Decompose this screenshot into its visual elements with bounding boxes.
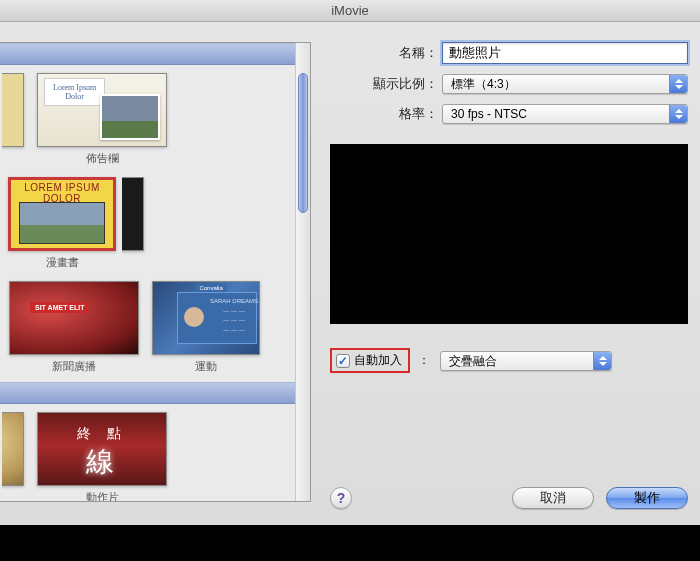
- template-label: 新聞廣播: [2, 359, 146, 374]
- thumb-text: 線: [38, 443, 166, 481]
- aspect-value: 標準（4:3）: [451, 77, 516, 91]
- fps-row: 格率： 30 fps - NTSC: [330, 104, 688, 124]
- template-label: 佈告欄: [30, 151, 174, 166]
- fps-value: 30 fps - NTSC: [451, 107, 527, 121]
- template-thumb: [37, 73, 167, 147]
- dialog-window: iMovie 佈告欄: [0, 0, 700, 525]
- template-label: 漫畫書: [2, 255, 122, 270]
- preview-area: [330, 144, 688, 324]
- template-thumb: [2, 412, 24, 486]
- window-title: iMovie: [0, 0, 700, 22]
- template-thumb: Convalia: [152, 281, 260, 355]
- chevron-updown-icon: [669, 75, 687, 93]
- template-action[interactable]: 終 點 線 動作片: [30, 412, 174, 501]
- template-thumb: [122, 177, 144, 251]
- aspect-row: 顯示比例： 標準（4:3）: [330, 74, 688, 94]
- fps-select[interactable]: 30 fps - NTSC: [442, 104, 688, 124]
- template-thumb: [8, 177, 116, 251]
- transition-select[interactable]: 交疊融合: [440, 351, 612, 371]
- chevron-updown-icon: [669, 105, 687, 123]
- template-thumb: [2, 73, 24, 147]
- templates-scroll[interactable]: 佈告欄 漫畫書 新聞廣播: [0, 43, 295, 501]
- template-section-2: 終 點 線 動作片 紐約 女子 天團 友誼: [0, 382, 295, 501]
- auto-add-row: 自動加入 ： 交疊融合: [330, 348, 688, 373]
- auto-add-colon: ：: [418, 352, 430, 369]
- template-news[interactable]: 新聞廣播: [2, 281, 146, 374]
- template-label: 動作片: [30, 490, 174, 501]
- section-header: [0, 43, 295, 65]
- aspect-label: 顯示比例：: [330, 75, 442, 93]
- thumb-text: 終 點: [38, 425, 166, 443]
- template-sport[interactable]: Convalia 運動: [146, 281, 266, 374]
- aspect-select[interactable]: 標準（4:3）: [442, 74, 688, 94]
- auto-add-checkbox[interactable]: [336, 354, 350, 368]
- template-label: 運動: [146, 359, 266, 374]
- template-thumb: [9, 281, 139, 355]
- section-header: [0, 382, 295, 404]
- templates-scrollbar[interactable]: [295, 43, 310, 501]
- dialog-body: 佈告欄 漫畫書 新聞廣播: [0, 22, 700, 525]
- name-label: 名稱：: [330, 44, 442, 62]
- name-input[interactable]: [442, 42, 688, 64]
- templates-panel: 佈告欄 漫畫書 新聞廣播: [0, 42, 311, 502]
- auto-add-highlight: 自動加入: [330, 348, 410, 373]
- create-button[interactable]: 製作: [606, 487, 688, 509]
- template-section-1: 佈告欄 漫畫書 新聞廣播: [0, 43, 295, 382]
- auto-add-label: 自動加入: [354, 352, 402, 369]
- chevron-updown-icon: [593, 352, 611, 370]
- scrollbar-thumb[interactable]: [298, 73, 308, 213]
- template-film[interactable]: [122, 177, 150, 273]
- template-item[interactable]: [2, 73, 30, 169]
- template-thumb: 終 點 線: [37, 412, 167, 486]
- settings-area: 名稱： 顯示比例： 標準（4:3） 格率： 30 fps - NTSC: [330, 42, 688, 525]
- template-adventure[interactable]: [2, 412, 30, 501]
- template-comic[interactable]: 漫畫書: [2, 177, 122, 273]
- fps-label: 格率：: [330, 105, 442, 123]
- cancel-button[interactable]: 取消: [512, 487, 594, 509]
- name-row: 名稱：: [330, 42, 688, 64]
- transition-value: 交疊融合: [449, 354, 497, 368]
- dialog-footer: ? 取消 製作: [330, 487, 688, 509]
- help-button[interactable]: ?: [330, 487, 352, 509]
- template-bulletin[interactable]: 佈告欄: [30, 73, 174, 169]
